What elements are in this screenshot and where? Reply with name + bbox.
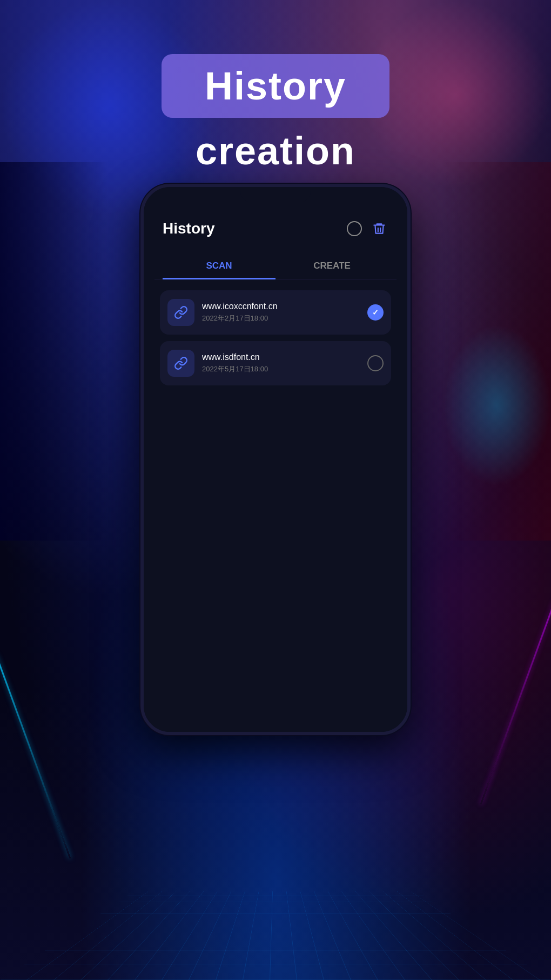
select-circle-icon: [347, 221, 362, 236]
tab-create[interactable]: CREATE: [276, 254, 388, 279]
item-date: 2022年2月17日18:00: [202, 314, 360, 323]
trash-icon-button[interactable]: [370, 219, 388, 238]
item-check-selected[interactable]: ✓: [367, 304, 384, 321]
scan-list: www.icoxccnfont.cn 2022年2月17日18:00 ✓ www…: [154, 290, 397, 385]
creation-label: creation: [196, 129, 355, 173]
phone-screen: History SCAN CREATE: [144, 187, 407, 732]
list-item[interactable]: www.isdfont.cn 2022年5月17日18:00: [160, 341, 391, 385]
item-check-unselected[interactable]: [367, 355, 384, 371]
tab-scan[interactable]: SCAN: [163, 254, 276, 279]
checkmark-icon: ✓: [372, 308, 379, 317]
spotlight-mid-right: [443, 324, 551, 486]
history-badge: History: [162, 54, 389, 118]
item-url: www.icoxccnfont.cn: [202, 302, 360, 311]
city-silhouette-left: [0, 162, 108, 541]
screen-title: History: [163, 220, 214, 237]
phone-mockup: History SCAN CREATE: [140, 184, 411, 735]
link-icon: [174, 356, 188, 370]
item-date: 2022年5月17日18:00: [202, 364, 360, 374]
list-item[interactable]: www.icoxccnfont.cn 2022年2月17日18:00 ✓: [160, 290, 391, 335]
phone-notch: [240, 187, 311, 202]
item-icon-wrap: [167, 350, 194, 377]
tabs: SCAN CREATE: [154, 254, 397, 279]
select-icon-button[interactable]: [345, 219, 364, 238]
top-text-area: History creation: [0, 54, 551, 173]
item-icon-wrap: [167, 299, 194, 326]
link-icon: [174, 305, 188, 319]
grid-floor: [0, 710, 551, 980]
item-info: www.isdfont.cn 2022年5月17日18:00: [202, 352, 360, 374]
header-icons: [345, 219, 388, 238]
item-url: www.isdfont.cn: [202, 352, 360, 362]
item-info: www.icoxccnfont.cn 2022年2月17日18:00: [202, 302, 360, 323]
history-badge-label: History: [205, 64, 346, 108]
trash-icon: [372, 222, 386, 236]
screen-header: History: [154, 214, 397, 243]
